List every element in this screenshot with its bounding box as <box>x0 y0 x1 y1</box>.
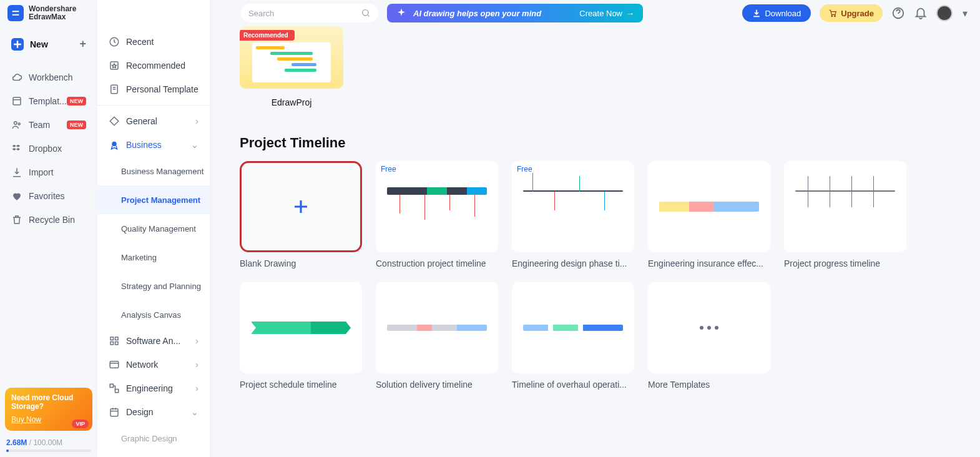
tpl-engineering-insurance[interactable]: Engineering insurance effec... <box>648 161 770 268</box>
tpl-thumb: Free <box>376 161 498 252</box>
plus-outline-icon[interactable]: + <box>79 37 86 51</box>
tpl-overhaul[interactable]: Timeline of overhaul operati... <box>512 282 634 390</box>
download-button[interactable]: Download <box>742 4 811 22</box>
search-input[interactable]: Search <box>241 4 378 22</box>
section-title: Project Timeline <box>240 135 950 151</box>
tpl-thumb <box>648 161 770 252</box>
svg-rect-14 <box>110 409 118 416</box>
svg-rect-12 <box>110 384 113 387</box>
svg-rect-11 <box>110 361 119 368</box>
sub-project-management[interactable]: Project Management <box>97 185 210 214</box>
plus-icon <box>292 197 310 216</box>
sidebar-secondary: Recent Recommended Personal Template Gen… <box>97 0 210 457</box>
ribbon-recommended: Recommended <box>240 30 295 41</box>
tpl-thumb <box>512 282 634 373</box>
svg-point-6 <box>112 142 117 147</box>
topbar: Search AI drawing helps open your mind C… <box>210 0 980 26</box>
svg-rect-8 <box>115 337 119 340</box>
upgrade-button[interactable]: Upgrade <box>820 4 883 22</box>
cat-network[interactable]: Network › <box>97 353 210 376</box>
logo-icon <box>7 5 24 21</box>
bell-icon[interactable] <box>914 6 928 20</box>
trash-icon <box>11 214 22 225</box>
tpl-blank[interactable]: Blank Drawing <box>240 161 362 268</box>
buy-now-link[interactable]: Buy Now <box>11 415 41 424</box>
clock-icon <box>109 36 120 47</box>
nav-new[interactable]: New + <box>0 31 97 57</box>
nav-favorites[interactable]: Favorites <box>0 184 97 208</box>
svg-point-17 <box>835 16 836 17</box>
cat-general[interactable]: General › <box>97 109 210 133</box>
sub-graphic-design[interactable]: Graphic Design <box>97 424 210 453</box>
tpl-solution-delivery[interactable]: Solution delivery timeline <box>376 282 498 390</box>
sub-business-management[interactable]: Business Management <box>97 157 210 185</box>
storage-usage: 2.68M / 100.00M <box>0 436 97 457</box>
avatar-dropdown-icon[interactable]: ▾ <box>961 6 969 20</box>
badge-icon <box>109 139 120 150</box>
cat-software[interactable]: Software An... › <box>97 329 210 353</box>
svg-rect-10 <box>115 342 119 345</box>
featured-item[interactable]: Recommended EdrawProj <box>240 26 343 107</box>
cat-engineering[interactable]: Engineering › <box>97 376 210 400</box>
nav-new-label: New <box>30 39 48 49</box>
tpl-project-schedule[interactable]: Project schedule timeline <box>240 282 362 390</box>
nav-team[interactable]: Team NEW <box>0 113 97 137</box>
sub-quality-management[interactable]: Quality Management <box>97 214 210 243</box>
chevron-right-icon: › <box>195 336 198 346</box>
svg-rect-13 <box>115 390 119 393</box>
chevron-right-icon: › <box>195 360 198 370</box>
blank-thumb <box>240 161 362 252</box>
svg-point-2 <box>18 123 20 125</box>
dots-icon <box>700 326 718 330</box>
sec-recommended[interactable]: Recommended <box>97 54 210 77</box>
gantt-preview <box>252 42 331 82</box>
sub-marketing[interactable]: Marketing <box>97 243 210 272</box>
nav-recycle[interactable]: Recycle Bin <box>0 208 97 232</box>
arrow-right-icon: → <box>626 9 634 18</box>
storage-promo[interactable]: Need more Cloud Storage? Buy Now VIP <box>5 388 92 431</box>
template-icon <box>11 96 22 107</box>
user-avatar[interactable] <box>936 5 953 21</box>
svg-point-16 <box>831 16 833 17</box>
dropbox-icon <box>11 143 22 154</box>
doc-icon <box>109 84 120 95</box>
tpl-construction[interactable]: Free Construction project timeline <box>376 161 498 268</box>
svg-point-1 <box>14 122 17 125</box>
svg-point-15 <box>363 10 368 16</box>
tpl-thumb <box>784 161 906 252</box>
star-box-icon <box>109 60 120 71</box>
import-icon <box>11 167 22 178</box>
cat-design[interactable]: Design ⌄ <box>97 400 210 424</box>
template-grid-row2: Project schedule timeline Solution deliv… <box>240 282 950 390</box>
window-icon <box>109 359 120 370</box>
sub-analysis-canvas[interactable]: Analysis Canvas <box>97 300 210 329</box>
tag-icon <box>109 115 120 127</box>
tpl-thumb <box>376 282 498 373</box>
sec-recent[interactable]: Recent <box>97 30 210 54</box>
create-now-link[interactable]: Create Now→ <box>579 9 634 18</box>
cat-business[interactable]: Business ⌄ <box>97 133 210 157</box>
tpl-more[interactable]: More Templates <box>648 282 770 390</box>
chevron-down-icon: ⌄ <box>191 407 198 417</box>
app-logo[interactable]: Wondershare EdrawMax <box>0 5 97 21</box>
cloud-icon <box>11 72 22 83</box>
heart-icon <box>11 190 22 202</box>
nav-workbench[interactable]: Workbench <box>0 66 97 89</box>
help-icon[interactable] <box>891 6 905 20</box>
ai-banner[interactable]: AI drawing helps open your mind Create N… <box>387 4 643 22</box>
template-grid-row1: Blank Drawing Free Construction project … <box>240 161 950 268</box>
team-icon <box>11 119 22 130</box>
main-area: Search AI drawing helps open your mind C… <box>210 0 980 457</box>
tpl-thumb: Free <box>512 161 634 252</box>
nav-templates[interactable]: Templat... NEW <box>0 89 97 113</box>
cart-icon <box>828 9 837 17</box>
sub-strategy-planning[interactable]: Strategy and Planning <box>97 272 210 300</box>
free-badge: Free <box>517 165 532 174</box>
tpl-project-progress[interactable]: Project progress timeline <box>784 161 906 268</box>
nav-dropbox[interactable]: Dropbox <box>0 137 97 160</box>
tpl-engineering-design[interactable]: Free Engineering design phase ti... <box>512 161 634 268</box>
nav-import[interactable]: Import <box>0 160 97 184</box>
sec-personal-template[interactable]: Personal Template <box>97 77 210 101</box>
more-thumb <box>648 282 770 373</box>
featured-label: EdrawProj <box>272 97 312 107</box>
